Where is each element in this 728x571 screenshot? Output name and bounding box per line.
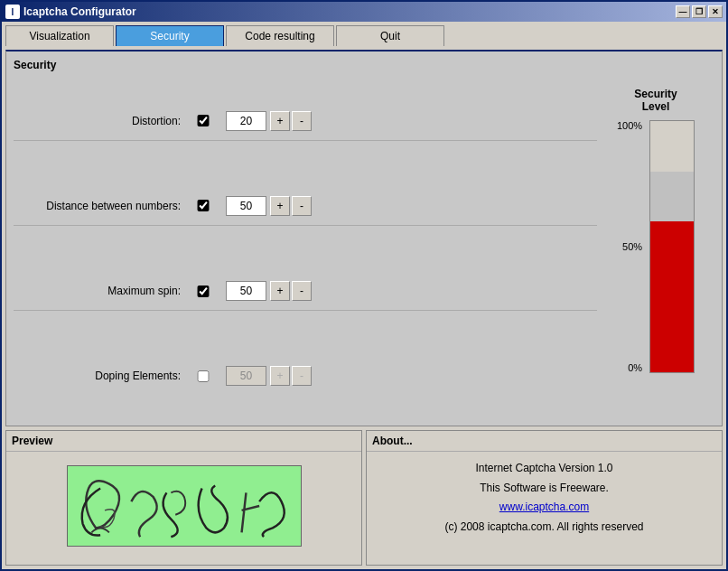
captcha-image	[67, 465, 302, 547]
maxspin-buttons: + -	[270, 281, 312, 301]
bar-label-100: 100%	[617, 120, 642, 131]
security-panel-title: Security	[14, 59, 714, 71]
main-content: Security Distortion: + -	[2, 46, 726, 569]
minimize-button[interactable]: —	[676, 5, 690, 18]
about-line1: Internet Captcha Version 1.0	[374, 459, 714, 479]
about-link[interactable]: www.icaptcha.com	[499, 501, 589, 513]
maxspin-minus-button[interactable]: -	[292, 281, 312, 301]
preview-panel: Preview	[5, 430, 362, 566]
security-level: SecurityLevel 100% 50% 0%	[606, 79, 714, 418]
about-title: About...	[367, 431, 722, 452]
doping-label: Doping Elements:	[14, 370, 194, 382]
maxspin-input[interactable]	[226, 281, 266, 301]
doping-input[interactable]	[226, 366, 266, 386]
title-bar-left: I Icaptcha Configurator	[5, 5, 136, 19]
bottom-panels: Preview	[5, 430, 723, 566]
title-bar: I Icaptcha Configurator — ❐ ✕	[2, 2, 726, 22]
panel-body: Distortion: + - Distance between numbers…	[14, 79, 714, 418]
controls-area: Distortion: + - Distance between numbers…	[14, 79, 597, 418]
distortion-minus-button[interactable]: -	[292, 111, 312, 131]
maxspin-checkbox[interactable]	[194, 286, 212, 297]
distance-checkbox[interactable]	[194, 200, 212, 211]
distance-buttons: + -	[270, 196, 312, 216]
tab-security[interactable]: Security	[116, 25, 224, 46]
distortion-label: Distortion:	[14, 115, 194, 127]
doping-plus-button[interactable]: +	[270, 366, 290, 386]
distortion-plus-button[interactable]: +	[270, 111, 290, 131]
close-button[interactable]: ✕	[708, 5, 723, 18]
distortion-row: Distortion: + -	[14, 102, 597, 141]
doping-buttons: + -	[270, 366, 312, 386]
window-title: Icaptcha Configurator	[23, 5, 136, 18]
distance-label: Distance between numbers:	[14, 200, 194, 212]
bar-fill-gray	[650, 172, 694, 222]
security-level-title: SecurityLevel	[634, 88, 677, 113]
distortion-checkbox[interactable]	[194, 115, 212, 126]
bar-label-0: 0%	[617, 362, 642, 373]
tab-bar: Visualization Security Code resulting Qu…	[2, 22, 726, 46]
preview-body	[6, 452, 361, 560]
doping-checkbox[interactable]	[194, 370, 212, 382]
tab-quit[interactable]: Quit	[336, 25, 444, 46]
bar-container: 100% 50% 0%	[617, 120, 695, 373]
about-line2: This Software is Freeware.	[374, 479, 714, 499]
about-line4: (c) 2008 icaptcha.com. All rights reserv…	[374, 518, 714, 538]
preview-title: Preview	[6, 431, 361, 452]
doping-row: Doping Elements: + -	[14, 357, 597, 395]
maxspin-plus-button[interactable]: +	[270, 281, 290, 301]
distortion-buttons: + -	[270, 111, 312, 131]
distance-minus-button[interactable]: -	[292, 196, 312, 216]
about-panel: About... Internet Captcha Version 1.0 Th…	[366, 430, 723, 566]
distortion-input[interactable]	[226, 111, 266, 131]
tab-visualization[interactable]: Visualization	[5, 25, 114, 46]
security-bar	[649, 120, 695, 373]
maxspin-row: Maximum spin: + -	[14, 272, 597, 311]
tab-code-resulting[interactable]: Code resulting	[226, 25, 334, 46]
about-body: Internet Captcha Version 1.0 This Softwa…	[367, 452, 722, 544]
distance-row: Distance between numbers: + -	[14, 187, 597, 226]
distance-plus-button[interactable]: +	[270, 196, 290, 216]
restore-button[interactable]: ❐	[692, 5, 706, 18]
distance-input[interactable]	[226, 196, 266, 216]
maxspin-label: Maximum spin:	[14, 285, 194, 297]
bar-label-50: 50%	[617, 241, 642, 252]
security-panel: Security Distortion: + -	[5, 50, 723, 426]
title-buttons: — ❐ ✕	[676, 5, 723, 18]
bar-fill-red	[650, 221, 694, 372]
main-window: I Icaptcha Configurator — ❐ ✕ Visualizat…	[0, 0, 728, 571]
captcha-svg	[68, 466, 301, 546]
bar-labels: 100% 50% 0%	[617, 120, 642, 373]
doping-minus-button[interactable]: -	[292, 366, 312, 386]
app-icon: I	[5, 5, 20, 19]
